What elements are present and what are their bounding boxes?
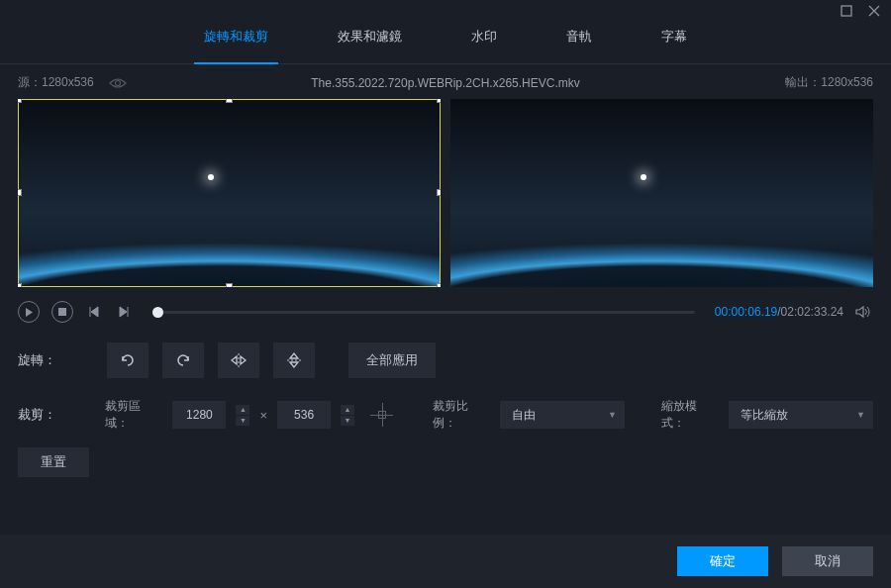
crop-area-label: 裁剪區域： [105,398,162,432]
tab-effects-filters[interactable]: 效果和濾鏡 [338,28,402,53]
preview-image [450,99,873,287]
play-button[interactable] [18,301,40,323]
crop-handle-br[interactable] [437,283,441,287]
crop-handle-mr[interactable] [437,189,441,196]
cancel-button[interactable]: 取消 [782,546,873,576]
crop-ratio-select[interactable]: 自由▼ [500,401,625,429]
rotate-label: 旋轉： [18,351,93,369]
crop-height-input[interactable] [277,401,331,429]
time-display: 00:00:06.19/02:02:33.24 [715,305,843,319]
eye-icon[interactable] [108,76,128,90]
flip-horizontal-button[interactable] [218,343,259,378]
zoom-mode-select[interactable]: 等比縮放▼ [729,401,873,429]
crop-handle-tr[interactable] [437,99,441,103]
multiply-sign: × [259,408,267,423]
rotate-right-button[interactable] [162,343,204,378]
timeline[interactable] [152,311,695,314]
crop-handle-ml[interactable] [18,189,22,196]
crop-handle-bl[interactable] [18,283,22,287]
crop-ratio-label: 裁剪比例： [433,398,490,432]
svg-rect-0 [842,6,851,16]
ok-button[interactable]: 確定 [677,546,768,576]
crop-label: 裁剪： [18,406,91,424]
width-down[interactable]: ▼ [236,416,249,426]
source-resolution: 源：1280x536 [18,74,94,91]
prev-frame-button[interactable] [85,303,103,321]
crop-handle-bm[interactable] [226,283,233,287]
tab-subtitle[interactable]: 字幕 [661,28,687,53]
next-frame-button[interactable] [115,303,133,321]
crop-handle-tl[interactable] [18,99,22,103]
position-picker[interactable] [368,401,395,429]
flip-vertical-button[interactable] [273,343,315,378]
svg-rect-2 [58,308,66,316]
height-down[interactable]: ▼ [341,416,354,426]
tab-rotate-crop[interactable]: 旋轉和裁剪 [204,28,268,53]
crop-box[interactable] [18,99,441,287]
svg-point-1 [115,80,120,85]
close-icon[interactable] [867,4,881,18]
stop-button[interactable] [51,301,73,323]
width-up[interactable]: ▲ [236,405,249,415]
filename: The.355.2022.720p.WEBRip.2CH.x265.HEVC.m… [311,76,579,90]
rotate-left-button[interactable] [107,343,148,378]
maximize-icon[interactable] [840,4,853,18]
tab-audio[interactable]: 音軌 [566,28,592,53]
apply-all-button[interactable]: 全部應用 [348,343,436,378]
height-up[interactable]: ▲ [341,405,354,415]
reset-button[interactable]: 重置 [18,447,89,477]
output-preview [450,99,873,287]
tab-watermark[interactable]: 水印 [471,28,497,53]
chevron-down-icon: ▼ [608,410,617,420]
chevron-down-icon: ▼ [856,410,865,420]
crop-handle-tm[interactable] [226,99,233,103]
zoom-mode-label: 縮放模式： [661,398,719,432]
volume-icon[interactable] [855,303,873,321]
source-preview[interactable] [18,99,441,287]
crop-width-input[interactable] [172,401,226,429]
output-resolution: 輸出：1280x536 [785,74,873,91]
